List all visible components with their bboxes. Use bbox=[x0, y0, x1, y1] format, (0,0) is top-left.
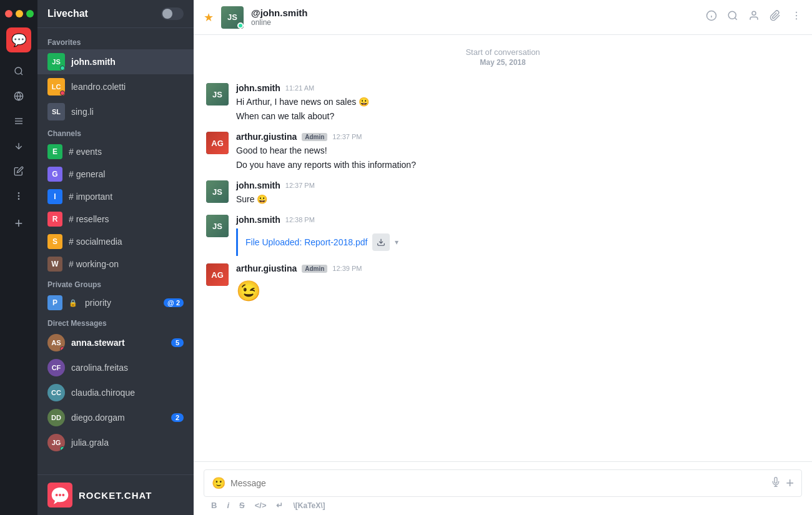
msg-avatar-john-smith-4: JS bbox=[206, 215, 229, 237]
channels-section-label: Channels bbox=[37, 124, 194, 140]
sidebar-item-claudia-chiroque[interactable]: CC claudia.chiroque bbox=[37, 380, 194, 405]
message-input-box: 🙂 + bbox=[204, 469, 802, 497]
italic-button[interactable]: i bbox=[227, 501, 229, 510]
sidebar-item-diego-dorgam[interactable]: DD diego.dorgam 2 bbox=[37, 405, 194, 430]
message-row: AG arthur.giustina Admin 12:39 PM 😉 bbox=[194, 260, 812, 310]
attach-icon[interactable] bbox=[770, 10, 781, 24]
minimize-window-btn[interactable] bbox=[16, 10, 23, 17]
close-window-btn[interactable] bbox=[5, 10, 12, 17]
download-file-button[interactable] bbox=[372, 233, 390, 251]
file-options-chevron[interactable]: ▾ bbox=[395, 238, 399, 247]
msg-avatar-john-smith-3: JS bbox=[206, 180, 229, 203]
attach-button[interactable]: + bbox=[786, 475, 794, 491]
username-sing-li: sing.li bbox=[71, 107, 184, 117]
globe-icon[interactable] bbox=[7, 85, 30, 107]
channel-name-working-on: # working-on bbox=[69, 259, 184, 269]
msg-header-2: arthur.giustina Admin 12:37 PM bbox=[236, 132, 800, 142]
sort-icon[interactable] bbox=[7, 135, 30, 157]
star-button[interactable]: ★ bbox=[204, 11, 214, 24]
chat-header: ★ JS @john.smith online bbox=[194, 0, 812, 35]
sidebar-item-priority[interactable]: P 🔒 priority @ 2 bbox=[37, 292, 194, 314]
status-online-dot bbox=[60, 66, 65, 71]
sidebar-item-socialmedia[interactable]: S # socialmedia bbox=[37, 230, 194, 253]
file-name-label[interactable]: File Uploaded: Report-2018.pdf bbox=[245, 237, 367, 247]
sidebar-item-john-smith[interactable]: JS john.smith bbox=[37, 49, 194, 74]
msg-header-5: arthur.giustina Admin 12:39 PM bbox=[236, 263, 800, 273]
rocketchat-logo-icon bbox=[47, 483, 72, 508]
conversation-start: Start of conversation May 25, 2018 bbox=[194, 47, 812, 67]
avatar-claudia-chiroque: CC bbox=[47, 384, 65, 401]
svg-point-9 bbox=[18, 195, 19, 196]
anna-stewart-badge: 5 bbox=[171, 338, 184, 347]
emoji-picker-button[interactable]: 🙂 bbox=[212, 476, 225, 490]
msg-content-5: arthur.giustina Admin 12:39 PM 😉 bbox=[236, 263, 800, 306]
msg-header-1: john.smith 11:21 AM bbox=[236, 83, 800, 93]
add-workspace-button[interactable]: + bbox=[7, 212, 30, 235]
microphone-button[interactable] bbox=[771, 477, 781, 490]
svg-point-23 bbox=[796, 18, 797, 19]
svg-line-1 bbox=[21, 73, 22, 75]
header-avatar: JS bbox=[221, 6, 244, 29]
maximize-window-btn[interactable] bbox=[26, 10, 34, 17]
sidebar-item-important[interactable]: I # important bbox=[37, 185, 194, 208]
sidebar-header: Livechat bbox=[37, 0, 194, 28]
admin-badge-5: Admin bbox=[302, 265, 327, 273]
username-carolina-freitas: carolina.freitas bbox=[71, 363, 184, 373]
search-icon[interactable] bbox=[7, 60, 30, 82]
username-diego-dorgam: diego.dorgam bbox=[71, 413, 165, 423]
msg-time-2: 12:37 PM bbox=[332, 133, 362, 140]
edit-icon[interactable] bbox=[7, 160, 30, 182]
strikethrough-button[interactable]: S bbox=[239, 501, 245, 510]
info-icon[interactable] bbox=[706, 10, 717, 24]
livechat-toggle[interactable] bbox=[161, 7, 184, 20]
sidebar-item-resellers[interactable]: R # resellers bbox=[37, 208, 194, 230]
msg-text-1: Hi Arthur, I have news on sales 😀 When c… bbox=[236, 96, 800, 123]
sidebar-item-anna-stewart[interactable]: AS anna.stewart 5 bbox=[37, 330, 194, 355]
sidebar-content: Favorites JS john.smith LC leandro.colet… bbox=[37, 28, 194, 474]
svg-point-14 bbox=[62, 494, 64, 496]
sidebar-item-sing-li[interactable]: SL sing.li bbox=[37, 99, 194, 124]
header-username: @john.smith bbox=[251, 7, 698, 18]
msg-text-5: 😉 bbox=[236, 276, 800, 306]
username-claudia-chiroque: claudia.chiroque bbox=[71, 388, 184, 398]
sidebar: Livechat Favorites JS john.smith LC lean… bbox=[37, 0, 194, 515]
app-icon: 💬 bbox=[6, 27, 31, 52]
sidebar-item-julia-grala[interactable]: JG julia.grala bbox=[37, 430, 194, 455]
multiline-button[interactable]: ↵ bbox=[276, 501, 283, 510]
channel-icon-socialmedia: S bbox=[47, 234, 62, 249]
sidebar-item-working-on[interactable]: W # working-on bbox=[37, 253, 194, 275]
svg-point-8 bbox=[18, 193, 19, 194]
members-icon[interactable] bbox=[748, 10, 760, 24]
sidebar-logo: ROCKET.CHAT bbox=[37, 474, 194, 515]
search-messages-icon[interactable] bbox=[727, 10, 738, 24]
msg-username-arthur-5: arthur.giustina bbox=[236, 263, 297, 273]
chat-main: ★ JS @john.smith online bbox=[194, 0, 812, 515]
menu-icon[interactable] bbox=[7, 110, 30, 132]
katex-button[interactable]: \[KaTeX\] bbox=[293, 501, 325, 510]
code-button[interactable]: </> bbox=[255, 501, 267, 510]
sidebar-item-leandro-coletti[interactable]: LC leandro.coletti bbox=[37, 74, 194, 99]
channel-name-socialmedia: # socialmedia bbox=[69, 237, 184, 247]
sidebar-item-carolina-freitas[interactable]: CF carolina.freitas bbox=[37, 355, 194, 380]
sidebar-item-general[interactable]: G # general bbox=[37, 163, 194, 185]
lock-icon-priority: 🔒 bbox=[69, 299, 77, 307]
svg-point-12 bbox=[56, 494, 58, 496]
kebab-menu-icon[interactable] bbox=[791, 10, 802, 24]
more-icon[interactable] bbox=[7, 185, 30, 207]
status-busy-dot bbox=[60, 91, 65, 96]
msg-header-4: john.smith 12:38 PM bbox=[236, 215, 800, 225]
msg-avatar-john-smith-1: JS bbox=[206, 83, 229, 105]
sidebar-item-events[interactable]: E # events bbox=[37, 140, 194, 163]
wink-emoji: 😉 bbox=[236, 280, 261, 302]
message-input-area: 🙂 + B i S </> ↵ \[KaTeX\] bbox=[194, 461, 812, 515]
svg-point-20 bbox=[752, 11, 756, 15]
header-actions bbox=[706, 10, 802, 24]
messages-area: Start of conversation May 25, 2018 JS jo… bbox=[194, 35, 812, 461]
msg-text-3: Sure 😀 bbox=[236, 193, 800, 206]
avatar-carolina-freitas: CF bbox=[47, 359, 65, 376]
header-info: @john.smith online bbox=[251, 7, 698, 27]
msg-content-4: john.smith 12:38 PM File Uploaded: Repor… bbox=[236, 215, 800, 256]
conv-start-text: Start of conversation bbox=[194, 47, 812, 57]
message-input[interactable] bbox=[230, 478, 766, 488]
bold-button[interactable]: B bbox=[211, 501, 217, 510]
